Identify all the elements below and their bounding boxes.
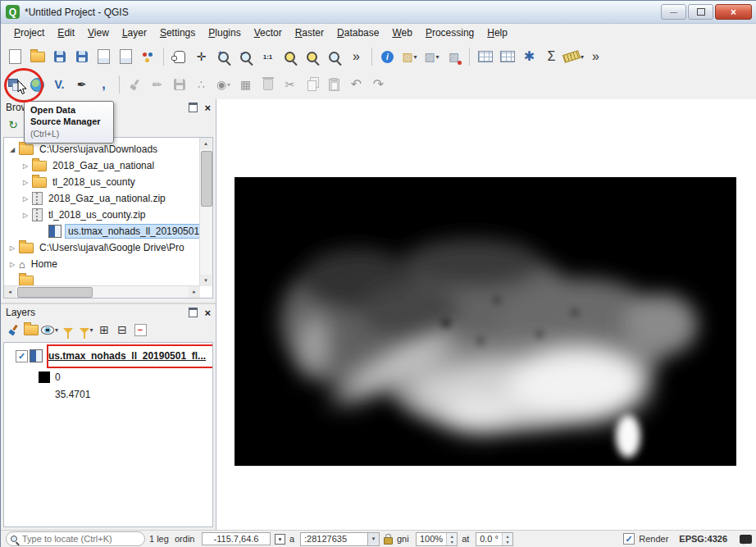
collapse-all-button[interactable]: ⊟ xyxy=(114,321,130,338)
pan-to-selection-button[interactable]: ✛ xyxy=(191,46,212,67)
menu-web[interactable]: Web xyxy=(385,25,418,41)
messages-icon[interactable] xyxy=(740,535,752,544)
rotation-spinbox[interactable]: 0.0 ° ▴▾ xyxy=(476,532,513,546)
chevron-down-icon[interactable]: ▾ xyxy=(367,533,379,545)
tree-item-label[interactable]: Home xyxy=(29,258,60,271)
select-by-form-button[interactable]: ▨▾ xyxy=(421,46,442,67)
scroll-left-icon[interactable]: ◂ xyxy=(4,286,16,298)
scrollbar-thumb[interactable] xyxy=(17,287,93,298)
zoom-to-layer-button[interactable] xyxy=(324,46,344,67)
locate-field[interactable] xyxy=(6,531,145,546)
cut-features-button[interactable]: ✂ xyxy=(280,74,300,95)
select-features-button[interactable]: ▨▾ xyxy=(399,46,420,67)
identify-features-button[interactable]: i xyxy=(377,46,398,67)
menu-vector[interactable]: Vector xyxy=(248,25,289,41)
redo-button[interactable]: ↷ xyxy=(368,74,389,95)
tree-row-tmax-raster[interactable]: us.tmax_nohads_ll_20190501_ xyxy=(4,223,208,239)
add-group-button[interactable] xyxy=(23,321,39,338)
field-calculator-button[interactable] xyxy=(497,46,517,67)
delete-selected-button[interactable] xyxy=(257,74,278,95)
float-panel-icon[interactable] xyxy=(189,103,198,112)
new-project-button[interactable] xyxy=(5,46,25,67)
extents-toggle-icon[interactable] xyxy=(275,534,285,545)
undo-button[interactable]: ↶ xyxy=(346,74,367,95)
style-manager-button[interactable] xyxy=(138,46,158,67)
spin-down-icon[interactable]: ▾ xyxy=(447,539,457,545)
toolbar-overflow-button[interactable]: » xyxy=(346,46,367,67)
current-edits-button[interactable] xyxy=(125,74,145,95)
open-attribute-table-button[interactable] xyxy=(475,46,495,67)
menu-raster[interactable]: Raster xyxy=(289,25,330,41)
lock-scale-icon[interactable] xyxy=(384,537,393,545)
map-canvas[interactable] xyxy=(216,99,756,530)
tree-item-label[interactable]: C:\Users\ujaval\Downloads xyxy=(37,143,160,156)
layer-row-tmax[interactable]: ✓ us.tmax_nohads_ll_20190501_fl... xyxy=(4,348,208,364)
zoom-native-button[interactable]: 1:1 xyxy=(257,46,278,67)
filter-legend-button[interactable] xyxy=(60,321,76,338)
manage-map-themes-button[interactable]: ▾ xyxy=(41,321,58,338)
zoom-full-button[interactable] xyxy=(280,46,300,67)
layers-panel-header[interactable]: Layers × xyxy=(1,304,216,321)
statistics-button[interactable]: Σ xyxy=(541,46,562,67)
save-project-button[interactable] xyxy=(49,46,70,67)
spin-down-icon[interactable]: ▾ xyxy=(503,539,512,545)
expand-all-button[interactable]: ⊞ xyxy=(96,321,112,338)
menu-project[interactable]: Project xyxy=(7,25,51,41)
tree-item-label[interactable]: 2018_Gaz_ua_national.zip xyxy=(46,192,168,205)
copy-features-button[interactable] xyxy=(302,74,322,95)
open-layer-styling-button[interactable] xyxy=(5,321,21,338)
processing-toolbox-button[interactable]: ✱ xyxy=(519,46,540,67)
menu-edit[interactable]: Edit xyxy=(51,25,81,41)
scroll-up-icon[interactable]: ▴ xyxy=(200,138,212,149)
tree-row-county-zip[interactable]: ▷ tl_2018_us_county.zip xyxy=(4,207,148,223)
scale-combobox[interactable]: :28127635 ▾ xyxy=(300,532,380,546)
zoom-in-button[interactable]: + xyxy=(213,46,234,67)
tree-item-label-selected[interactable]: us.tmax_nohads_ll_20190501_ xyxy=(65,224,208,239)
expander-icon[interactable]: ▷ xyxy=(20,162,30,170)
zoom-out-button[interactable]: − xyxy=(235,46,256,67)
vertical-scrollbar[interactable]: ▴ ▾ xyxy=(199,138,212,286)
toolbar-overflow-button-2[interactable]: » xyxy=(585,46,606,67)
remove-layer-button[interactable]: − xyxy=(132,321,148,338)
new-print-layout-button[interactable] xyxy=(93,46,114,67)
close-button[interactable]: × xyxy=(715,4,752,20)
menu-database[interactable]: Database xyxy=(330,25,385,41)
scrollbar-thumb[interactable] xyxy=(201,151,212,207)
pan-map-button[interactable] xyxy=(169,46,189,67)
menu-layer[interactable]: Layer xyxy=(116,25,153,41)
close-panel-icon[interactable]: × xyxy=(204,308,211,318)
refresh-button[interactable]: ↻ xyxy=(5,116,21,133)
float-panel-icon[interactable] xyxy=(189,308,198,317)
save-edits-button[interactable] xyxy=(169,74,189,95)
save-project-as-button[interactable] xyxy=(71,46,92,67)
menu-processing[interactable]: Processing xyxy=(419,25,480,41)
layout-manager-button[interactable] xyxy=(116,46,136,67)
maximize-button[interactable] xyxy=(688,4,713,20)
scroll-right-icon[interactable]: ▸ xyxy=(189,286,200,298)
title-bar[interactable]: Q *Untitled Project - QGIS — × xyxy=(1,1,756,24)
expander-icon[interactable]: ◢ xyxy=(7,146,17,153)
menu-help[interactable]: Help xyxy=(480,25,514,41)
menu-plugins[interactable]: Plugins xyxy=(202,25,247,41)
spin-up-icon[interactable]: ▴ xyxy=(447,533,457,540)
menu-settings[interactable]: Settings xyxy=(153,25,202,41)
spin-up-icon[interactable]: ▴ xyxy=(503,533,512,540)
locate-input[interactable] xyxy=(20,533,121,545)
menu-view[interactable]: View xyxy=(81,25,116,41)
close-panel-icon[interactable]: × xyxy=(204,103,211,113)
zoom-to-selection-button[interactable] xyxy=(302,46,322,67)
tree-row-google-drive[interactable]: ▷ C:\Users\ujaval\Google Drive\Pro xyxy=(4,239,187,256)
tree-row-home[interactable]: ▷ ⌂ Home xyxy=(4,256,60,272)
tree-item-label[interactable]: 2018_Gaz_ua_national xyxy=(50,159,157,172)
deselect-features-button[interactable]: ▨ xyxy=(444,46,464,67)
render-checkbox[interactable]: ✓ xyxy=(623,533,635,545)
vertex-tool-button[interactable]: ◉▾ xyxy=(213,74,234,95)
tree-row-gaz-folder[interactable]: ▷ 2018_Gaz_ua_national xyxy=(4,157,157,174)
expander-icon[interactable]: ▷ xyxy=(20,179,30,186)
tree-row-county-folder[interactable]: ▷ tl_2018_us_county xyxy=(4,174,138,190)
horizontal-scrollbar[interactable]: ◂ ▸ xyxy=(4,285,200,298)
magnifier-spinbox[interactable]: 100% ▴▾ xyxy=(416,532,458,546)
crs-status[interactable]: EPSG:4326 xyxy=(679,534,727,544)
add-wms-layer-button[interactable] xyxy=(27,74,48,95)
measure-button[interactable]: ▾ xyxy=(563,46,584,67)
